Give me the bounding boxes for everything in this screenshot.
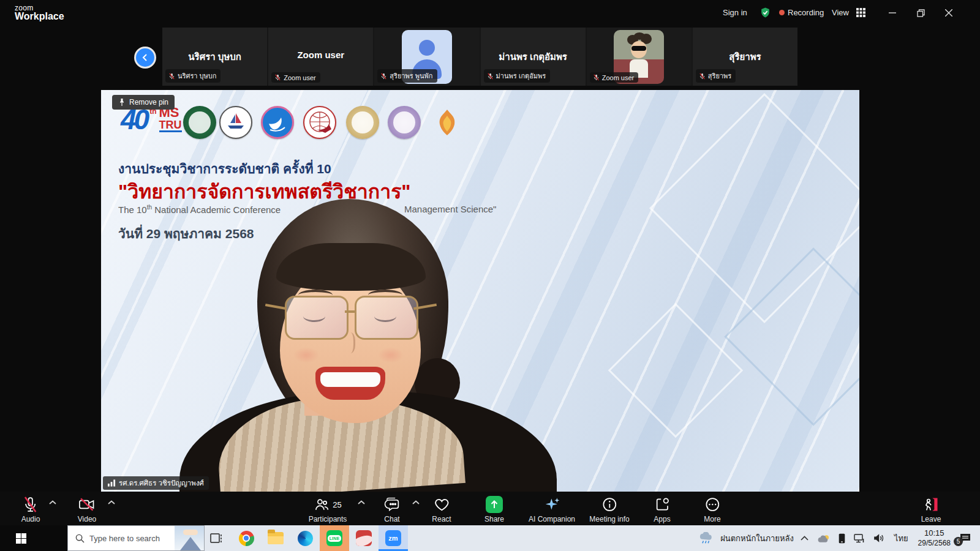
network-icon[interactable] [854, 534, 865, 543]
participant-name: Zoom user [268, 50, 373, 60]
participant-label-chip: สุริยาพร พูนพัก [377, 69, 437, 83]
edge-taskbar-button[interactable] [290, 525, 320, 551]
participant-label-chip: นริศรา บุษบก [165, 69, 221, 83]
action-center-button[interactable]: 5 [959, 533, 971, 544]
participant-label: สุริยาพร พูนพัก [390, 70, 432, 81]
minimize-button[interactable] [886, 6, 899, 20]
system-tray: ฝนตกหนักในภายหลัง ไทย 10:15 29/5/2568 [695, 525, 980, 551]
phone-link-icon[interactable] [839, 533, 845, 544]
file-explorer-icon [268, 532, 284, 544]
chrome-taskbar-button[interactable] [232, 525, 261, 551]
chat-icon [384, 496, 401, 513]
restore-button[interactable] [914, 6, 927, 20]
tray-chevron-up-icon[interactable] [801, 536, 809, 541]
taskbar-weather-text[interactable]: ฝนตกหนักในภายหลัง [720, 532, 794, 545]
chat-options-caret[interactable] [412, 500, 420, 505]
muted-mic-icon [593, 73, 600, 81]
share-screen-button[interactable]: Share [484, 496, 504, 523]
slide-subtitle-left: The 10th National Academic Conference [118, 204, 281, 215]
close-button[interactable] [942, 6, 956, 20]
apps-button[interactable]: Apps [654, 496, 670, 523]
more-button[interactable]: More [704, 496, 720, 523]
muted-mic-icon [380, 72, 387, 80]
flame-seal-icon [431, 106, 464, 139]
sign-in-button[interactable]: Sign in [723, 8, 747, 17]
participant-label-chip: Zoom user [590, 72, 639, 83]
share-screen-icon [486, 496, 503, 513]
speaker-name-chip: รศ.ดร.ศศิธร วชิรปัญญาพงศ์ [103, 476, 209, 490]
participant-tile[interactable]: นริศรา บุษบก นริศรา บุษบก [162, 28, 267, 86]
participant-name: สุริยาพร [693, 50, 797, 64]
ai-companion-button[interactable]: AI Companion [529, 496, 575, 523]
audio-options-caret[interactable] [49, 500, 56, 505]
titlebar: zoom Workplace Sign in Recording View [0, 0, 980, 28]
line-taskbar-button[interactable]: LINE [320, 525, 349, 551]
react-button[interactable]: React [432, 496, 451, 523]
participant-tile[interactable]: สุริยาพร สุริยาพร [693, 28, 797, 86]
zoom-workplace-window: zoom Workplace Sign in Recording View นร… [0, 0, 980, 551]
pin-icon [118, 98, 126, 107]
clock-time: 10:15 [918, 528, 951, 538]
view-button[interactable]: View [832, 8, 849, 17]
onedrive-cloud-icon[interactable] [817, 534, 830, 543]
video-options-caret[interactable] [108, 500, 115, 505]
participants-button[interactable]: 25 Participants [309, 496, 347, 523]
camera-muted-icon [78, 496, 96, 513]
search-weather-thumbnail [175, 526, 204, 550]
media-app-taskbar-button[interactable] [349, 525, 379, 551]
participants-options-caret[interactable] [358, 500, 365, 505]
gold-seal-icon [346, 106, 379, 139]
audio-button[interactable]: Audio [21, 496, 40, 523]
search-icon [75, 534, 85, 543]
participant-name: ม่านพร เกตุอัมพร [481, 50, 586, 64]
connection-signal-icon [108, 479, 116, 487]
taskbar-search-input[interactable]: Type here to search [67, 525, 205, 551]
workplace-logo: Workplace [15, 11, 64, 22]
weather-rain-icon[interactable] [699, 532, 712, 544]
task-view-icon [210, 532, 224, 544]
apps-icon [654, 496, 670, 513]
participant-tile[interactable]: Zoom user Zoom user [268, 28, 373, 86]
filmstrip-scroll-left-button[interactable] [136, 48, 154, 67]
participant-name: นริศรา บุษบก [162, 50, 267, 64]
recording-indicator[interactable]: Recording [788, 8, 824, 17]
chat-button[interactable]: Chat [384, 496, 401, 523]
leave-button[interactable]: Leave [921, 496, 941, 523]
slide-title: "วิทยาการจัดการเทพสตรีวิชาการ" [118, 176, 411, 207]
participant-label-chip: Zoom user [271, 72, 320, 83]
participant-label: ม่านพร เกตุอัมพร [496, 70, 546, 81]
language-indicator[interactable]: ไทย [894, 532, 908, 545]
pinned-video[interactable]: 40th MSTRU งานประชุมวิชาการระดับชาติ ครั… [101, 90, 859, 492]
participant-label: สุริยาพร [708, 70, 731, 81]
taskbar-clock[interactable]: 10:15 29/5/2568 [918, 528, 951, 547]
speaker-name: รศ.ดร.ศศิธร วชิรปัญญาพงศ์ [119, 478, 204, 489]
notification-count-badge: 5 [954, 537, 963, 546]
verified-shield-icon [760, 7, 771, 18]
red-app-icon [356, 530, 372, 546]
participant-tile[interactable]: สุริยาพร พูนพัก [374, 28, 479, 86]
participant-label: นริศรา บุษบก [178, 70, 216, 81]
university-seal-icon [183, 106, 216, 139]
muted-mic-icon [699, 72, 706, 80]
zoom-taskbar-button[interactable]: zm [379, 525, 408, 551]
start-button[interactable] [0, 525, 67, 551]
mic-muted-icon [23, 496, 39, 513]
volume-icon[interactable] [873, 533, 885, 543]
zoom-app-icon: zm [385, 530, 401, 546]
search-placeholder: Type here to search [89, 534, 160, 543]
participants-count: 25 [333, 500, 341, 509]
chrome-icon [239, 531, 254, 546]
view-grid-icon[interactable] [856, 8, 865, 17]
lavender-seal-icon [388, 106, 421, 139]
participant-label: Zoom user [284, 74, 316, 81]
participant-tile[interactable]: Zoom user [587, 28, 692, 86]
slide-date: วันที่ 29 พฤษภาคม 2568 [118, 223, 254, 244]
video-button[interactable]: Video [78, 496, 96, 523]
remove-pin-button[interactable]: Remove pin [112, 95, 175, 110]
file-explorer-taskbar-button[interactable] [261, 525, 290, 551]
meeting-info-button[interactable]: Meeting info [589, 496, 629, 523]
muted-mic-icon [274, 73, 281, 81]
participant-tile[interactable]: ม่านพร เกตุอัมพร ม่านพร เกตุอัมพร [481, 28, 586, 86]
info-icon [601, 496, 617, 513]
task-view-button[interactable] [202, 525, 232, 551]
